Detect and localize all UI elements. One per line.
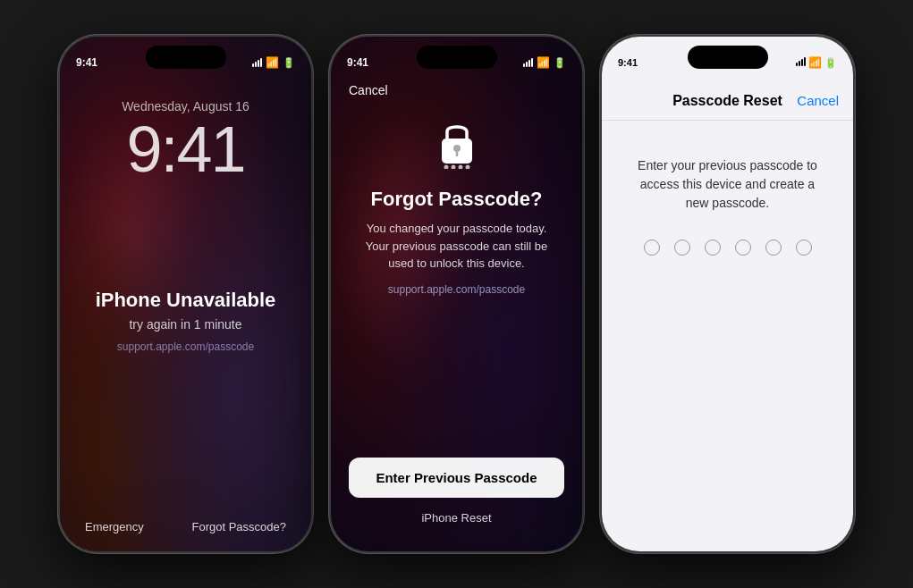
svg-point-1 [453,145,461,152]
wifi-icon-1: 📶 [266,56,279,69]
passcode-reset-header: Passcode Reset Cancel [602,81,853,121]
lock-screen-date: Wednesday, August 16 [122,99,249,113]
status-icons-3: 📶 🔋 [796,56,837,69]
lock-screen-bottom: Emergency Forgot Passcode? [60,520,311,533]
wifi-icon-2: 📶 [537,56,550,69]
unavailable-text: iPhone Unavailable [96,289,276,312]
passcode-dot-4 [735,239,751,256]
svg-point-3 [444,165,448,170]
support-link-2[interactable]: support.apple.com/passcode [388,283,525,296]
status-icons-2: 📶 🔋 [523,56,566,69]
passcode-dot-1 [644,239,660,256]
iphone-lock-screen: 9:41 🔒 📶 🔋 Wednesday, August 16 9:41 iPh… [58,35,313,553]
passcode-dot-5 [765,239,782,256]
passcode-dot-3 [705,239,721,256]
passcode-reset-title: Passcode Reset [672,93,782,109]
battery-icon-3: 🔋 [824,57,837,68]
lock-screen-time: 9:41 [126,117,244,181]
passcode-dot-6 [796,239,812,256]
signal-icon-1 [252,58,262,67]
status-icons-1: 📶 🔋 [252,56,295,69]
emergency-button[interactable]: Emergency [85,520,144,533]
signal-icon-2 [523,58,533,67]
svg-point-6 [465,165,469,170]
retry-text: try again in 1 minute [129,317,241,332]
support-link-1[interactable]: support.apple.com/passcode [117,340,254,353]
status-time-3: 9:41 [618,57,638,68]
dynamic-island-1 [146,46,226,69]
iphone-forgot-passcode: 9:41 🔒 📶 🔋 Cancel [329,35,584,553]
svg-point-5 [458,165,462,170]
iphone-reset-button[interactable]: iPhone Reset [331,511,582,525]
passcode-reset-content: Enter your previous passcode to access t… [602,121,853,551]
status-time-1: 9:41 [76,56,97,69]
passcode-dot-container [644,239,812,256]
status-time-2: 9:41 [347,56,368,69]
signal-icon-3 [796,57,806,66]
passcode-reset-desc: Enter your previous passcode to access t… [602,156,853,213]
dynamic-island-3 [688,46,768,69]
passcode-dot-2 [674,239,690,256]
cancel-button-2[interactable]: Cancel [349,83,388,97]
battery-icon-2: 🔋 [554,57,566,69]
lock-screen-content: Wednesday, August 16 9:41 iPhone Unavail… [60,37,311,551]
forgot-passcode-desc: You changed your passcode today. Your pr… [331,220,582,273]
forgot-passcode-button[interactable]: Forgot Passcode? [191,520,286,533]
lock-icon-large [435,117,479,177]
enter-passcode-button[interactable]: Enter Previous Passcode [349,458,564,498]
forgot-passcode-title: Forgot Passcode? [371,188,543,211]
battery-icon-1: 🔋 [283,57,295,69]
iphone-passcode-reset: 9:41 🔒 📶 🔋 Passcode Reset Cancel Enter y… [600,35,855,553]
dynamic-island-2 [417,46,497,69]
wifi-icon-3: 📶 [808,56,822,69]
cancel-button-3[interactable]: Cancel [797,93,839,108]
svg-point-4 [451,165,455,170]
